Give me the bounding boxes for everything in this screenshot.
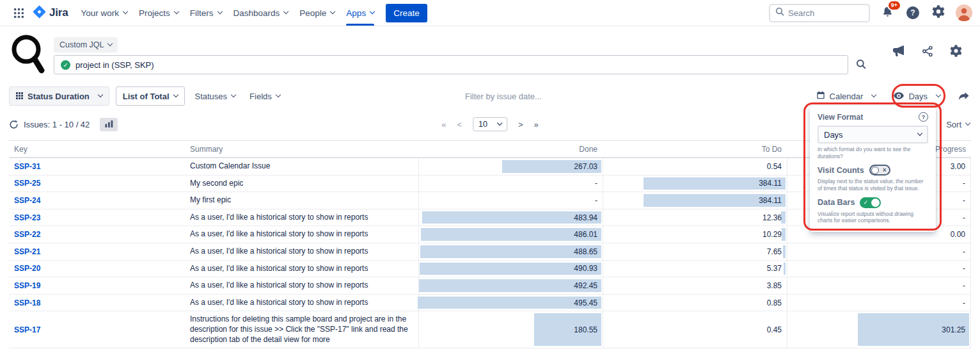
to-do-cell: 384.11 [603, 176, 787, 192]
cell-value: 384.11 [759, 179, 782, 188]
jql-search-button[interactable] [856, 59, 866, 69]
question-icon: ? [906, 6, 919, 19]
chevron-down-icon [98, 92, 103, 97]
cell-value: - [595, 179, 597, 188]
report-type-button[interactable]: Status Duration [9, 86, 109, 106]
issue-date-filter-input[interactable] [465, 92, 599, 101]
cell-value: 384.11 [759, 196, 782, 205]
calendar-icon [816, 91, 825, 102]
issue-key-link[interactable]: SSP-19 [14, 281, 40, 290]
cell-value: 0.00 [951, 230, 965, 239]
key-cell: SSP-21 [9, 243, 185, 260]
cell-value: - [963, 196, 965, 205]
issue-key-link[interactable]: SSP-22 [14, 230, 40, 239]
report-settings-gear-icon[interactable] [950, 45, 962, 57]
refresh-icon[interactable] [9, 120, 19, 129]
visit-counts-toggle[interactable]: × [869, 165, 890, 176]
jira-logo-text: Jira [49, 6, 68, 19]
column-header-done: Done [418, 141, 603, 157]
page: Jira Your work Projects Filters Dashboar… [0, 0, 980, 351]
nav-item-dashboards[interactable]: Dashboards [228, 0, 294, 26]
create-button[interactable]: Create [386, 4, 427, 22]
nav-item-label: Dashboards [233, 8, 280, 18]
view-format-dropdown[interactable]: Days [894, 92, 940, 101]
cell-value: - [963, 247, 965, 256]
cell-value: 301.25 [942, 325, 965, 334]
nav-item-apps[interactable]: Apps [341, 0, 379, 26]
issue-key-link[interactable]: SSP-20 [14, 264, 40, 273]
notifications-button[interactable]: 9+ [879, 4, 896, 21]
search-input[interactable] [788, 8, 864, 18]
search-icon [775, 7, 784, 19]
fields-label: Fields [249, 92, 272, 101]
issue-key-link[interactable]: SSP-21 [14, 247, 40, 256]
help-icon[interactable]: ? [919, 112, 928, 122]
jira-logo-icon [33, 5, 46, 21]
jira-logo[interactable]: Jira [30, 5, 74, 21]
jql-mode-label: Custom JQL [59, 40, 104, 49]
cell-value: 5.37 [767, 264, 782, 273]
report-toolbar: Status Duration List of Total Statuses F… [9, 86, 971, 106]
help-button[interactable]: ? [905, 4, 921, 21]
fields-dropdown[interactable]: Fields [246, 92, 284, 101]
eye-icon [894, 92, 904, 101]
sort-dropdown[interactable]: Sort [946, 120, 970, 129]
nav-item-people[interactable]: People [294, 0, 340, 26]
issue-key-link[interactable]: SSP-24 [14, 196, 40, 205]
view-format-select[interactable]: Days [818, 126, 928, 143]
nav-item-filters[interactable]: Filters [185, 0, 227, 26]
share-icon[interactable] [922, 45, 933, 57]
done-cell: 486.01 [418, 226, 603, 243]
key-cell: SSP-19 [9, 277, 185, 294]
issue-key-link[interactable]: SSP-23 [14, 213, 40, 222]
to-do-cell: 3.85 [603, 277, 787, 294]
issue-key-link[interactable]: SSP-31 [14, 162, 40, 171]
user-avatar[interactable] [956, 4, 972, 21]
cell-value: - [963, 298, 965, 307]
calendar-dropdown[interactable]: Calendar [816, 91, 876, 102]
done-cell: - [418, 176, 603, 192]
cell-value: 492.45 [574, 281, 597, 290]
table-row: SSP-19 As a user, I'd like a historical … [9, 277, 971, 295]
aggregation-button[interactable]: List of Total [116, 86, 185, 106]
nav-item-label: Projects [139, 8, 170, 18]
issue-key-link[interactable]: SSP-17 [14, 325, 40, 334]
jql-mode-button[interactable]: Custom JQL [54, 37, 118, 53]
global-search-box[interactable] [769, 4, 870, 22]
nav-item-your-work[interactable]: Your work [75, 0, 132, 26]
chevron-down-icon [107, 41, 113, 46]
cell-value: - [963, 179, 965, 188]
statuses-label: Statuses [195, 92, 228, 101]
to-do-cell: 7.65 [603, 243, 787, 260]
issue-summary: As a user, I'd like a historical story t… [185, 277, 418, 294]
issue-key-link[interactable]: SSP-25 [14, 179, 40, 188]
to-do-cell: 384.11 [603, 192, 787, 209]
done-cell: 488.65 [418, 243, 603, 260]
statuses-dropdown[interactable]: Statuses [191, 92, 240, 101]
chart-toggle-button[interactable] [100, 118, 118, 131]
gear-icon [932, 5, 945, 20]
settings-button[interactable] [930, 4, 947, 21]
jql-input[interactable]: ✓ project in (SSP, SKP) [54, 55, 848, 74]
done-cell: 180.55 [418, 311, 603, 348]
announcements-megaphone-icon[interactable] [892, 45, 905, 57]
query-actions [892, 45, 962, 57]
share-arrow-icon[interactable] [958, 92, 970, 101]
first-page-button[interactable]: « [441, 120, 446, 129]
key-cell: SSP-24 [9, 192, 185, 209]
nav-item-projects[interactable]: Projects [134, 0, 184, 26]
next-page-button[interactable]: > [518, 120, 523, 129]
cell-value: 488.65 [574, 247, 597, 256]
page-size-select[interactable]: 10 [473, 117, 507, 131]
issue-key-link[interactable]: SSP-18 [14, 298, 40, 307]
done-cell: 267.03 [418, 158, 603, 175]
previous-page-button[interactable]: < [457, 120, 462, 129]
issue-summary: As a user, I'd like a historical story t… [185, 261, 418, 277]
last-page-button[interactable]: » [534, 120, 539, 129]
data-bars-toggle[interactable]: ✓ [860, 197, 881, 208]
data-bar [784, 263, 786, 275]
cell-value: 7.65 [767, 247, 782, 256]
jql-valid-check-icon: ✓ [61, 60, 70, 70]
app-switcher-icon[interactable] [9, 5, 29, 21]
to-do-cell: 10.29 [603, 226, 787, 243]
